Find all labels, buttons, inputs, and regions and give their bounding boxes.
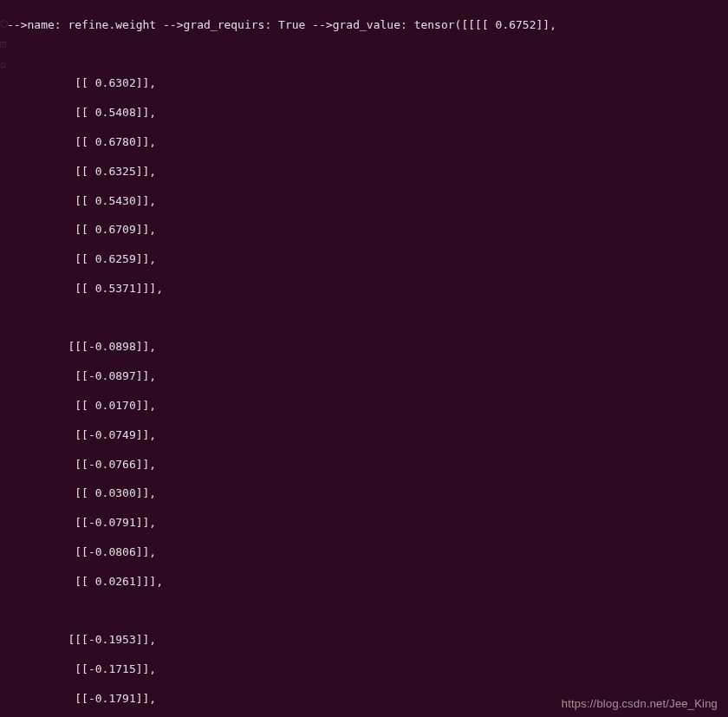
tensor-line xyxy=(0,311,728,326)
tensor-line: [[ 0.5371]]], xyxy=(0,282,728,297)
tensor-line: [[ 0.6780]], xyxy=(0,135,728,150)
name-value: refine.weight xyxy=(68,18,156,31)
tensor-line xyxy=(0,473,728,487)
tensor-line: [[[-0.0898]], xyxy=(0,340,728,355)
tensor-line: [[ 0.6259]], xyxy=(0,252,728,267)
watermark: https://blog.csdn.net/Jee_King xyxy=(562,697,718,710)
tensor-line xyxy=(0,150,728,165)
gutter-icon: ◫ xyxy=(0,37,12,50)
tensor-line xyxy=(0,267,728,282)
tensor-line: [[ 0.6709]], xyxy=(0,223,728,238)
tensor-line xyxy=(0,208,728,223)
tensor-line xyxy=(0,677,728,692)
gutter-icon: ⌂ xyxy=(0,58,12,71)
tensor-line: [[-0.1715]], xyxy=(0,662,728,677)
tensor-line: [[ 0.0300]], xyxy=(0,486,728,501)
tensor-line: [[-0.0806]], xyxy=(0,545,728,560)
tensor-line xyxy=(0,91,728,106)
blank-line xyxy=(0,48,728,62)
tensor-line: [[-0.0897]], xyxy=(0,369,728,384)
tensor-line xyxy=(0,414,728,428)
tensor-line xyxy=(0,384,728,399)
tensor-line xyxy=(0,648,728,662)
tensor-block-1: [[ 0.6302]], [[ 0.5408]], [[ 0.6780]], [… xyxy=(0,76,728,325)
tensor-line: [[-0.0749]], xyxy=(0,428,728,443)
tensor-line: [[-0.0791]], xyxy=(0,516,728,531)
terminal-output: -->name: refine.weight -->grad_requirs: … xyxy=(0,0,728,717)
tensor-line xyxy=(0,560,728,575)
left-gutter-icons: ⬡ ◫ ⌂ xyxy=(0,17,12,78)
tensor-line xyxy=(0,179,728,194)
tensor-block-2: [[[-0.0898]], [[-0.0897]], [[ 0.0170]], … xyxy=(0,340,728,618)
name-label: -->name: xyxy=(7,18,62,31)
tensor-line: [[-0.0766]], xyxy=(0,458,728,473)
tensor-line xyxy=(0,501,728,516)
tensor-line: [[ 0.6302]], xyxy=(0,76,728,91)
grad-requires-label: -->grad_requirs: xyxy=(163,18,271,31)
tensor-line xyxy=(0,121,728,135)
tensor-line: [[ 0.5430]], xyxy=(0,194,728,209)
tensor-line: [[[-0.1953]], xyxy=(0,633,728,648)
tensor-line: [[ 0.0261]]], xyxy=(0,575,728,590)
header-line: -->name: refine.weight -->grad_requirs: … xyxy=(0,18,728,33)
tensor-line: [[ 0.0170]], xyxy=(0,399,728,414)
grad-requires-value: True xyxy=(278,18,305,31)
tensor-line xyxy=(0,238,728,252)
gutter-icon: ⬡ xyxy=(0,17,12,30)
tensor-line xyxy=(0,443,728,458)
tensor-line xyxy=(0,297,728,311)
grad-value-label: -->grad_value: xyxy=(312,18,407,31)
tensor-line xyxy=(0,604,728,619)
tensor-line xyxy=(0,531,728,545)
tensor-line xyxy=(0,355,728,369)
grad-value-prefix: tensor([[[[ 0.6752]], xyxy=(414,18,556,31)
tensor-line: [[ 0.5408]], xyxy=(0,106,728,121)
tensor-line: [[ 0.6325]], xyxy=(0,165,728,179)
tensor-line xyxy=(0,590,728,604)
